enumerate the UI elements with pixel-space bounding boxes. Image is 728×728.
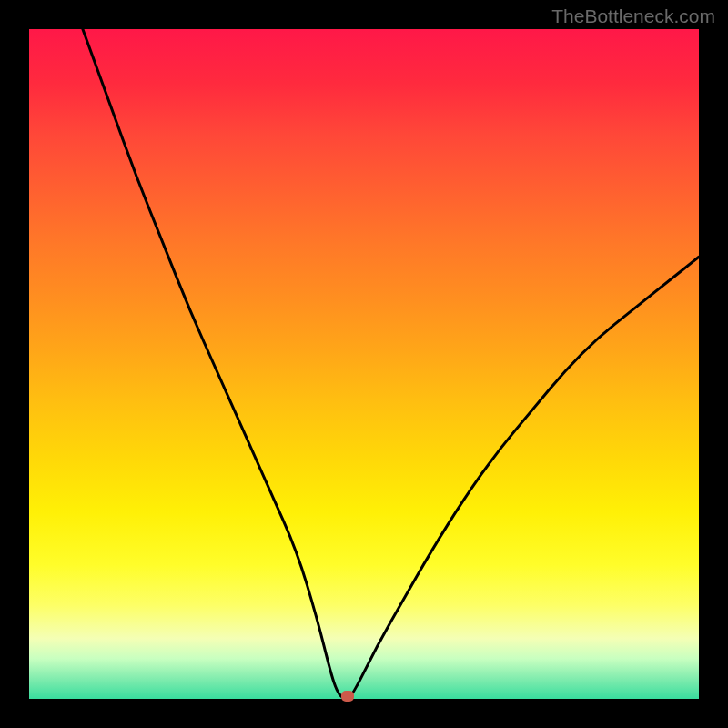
optimum-marker <box>341 691 354 702</box>
bottleneck-curve <box>29 29 699 699</box>
watermark-text: TheBottleneck.com <box>551 5 715 27</box>
chart-plot-area <box>29 29 699 699</box>
